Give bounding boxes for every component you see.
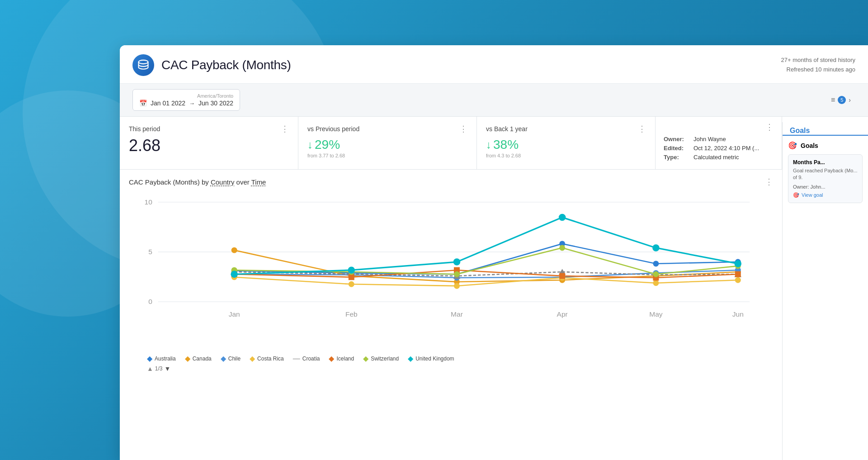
database-icon [132, 54, 154, 76]
svg-text:0: 0 [148, 298, 152, 305]
svg-text:Jan: Jan [229, 310, 240, 318]
type-value: Calculated metric [693, 154, 739, 161]
chart-title-start: CAC Payback (Months) [129, 178, 200, 186]
metric-from-3: from 4.3 to 2.68 [486, 153, 646, 158]
owner-label: Owner: [664, 136, 691, 142]
metric-change-2: ↓ 29% [307, 138, 467, 152]
goals-tab-header: Goals [783, 122, 868, 136]
goals-section-header: 🎯 Goals [788, 141, 863, 150]
pagination-next-button[interactable]: ▼ [165, 365, 171, 372]
chart-title-by: by [202, 178, 211, 186]
legend-canada: ◆ Canada [185, 355, 212, 362]
goal-title: Months Pa... [793, 159, 858, 166]
svg-text:Jun: Jun [732, 310, 744, 318]
owner-value: John... [811, 184, 826, 190]
type-label: Type: [664, 154, 691, 161]
svg-point-60 [734, 260, 741, 267]
chart-title-over: over [236, 178, 251, 186]
info-menu[interactable]: ⋮ [765, 123, 774, 131]
chevron-right-icon: › [849, 96, 851, 104]
metric-title-1: This period [129, 125, 160, 133]
goals-tab-label: Goals [790, 127, 810, 134]
svg-point-35 [653, 280, 659, 286]
svg-point-59 [652, 244, 660, 251]
goal-owner: Owner: John... [793, 184, 858, 190]
header-meta: 27+ months of stored history Refreshed 1… [781, 56, 855, 75]
chart-title-time[interactable]: Time [251, 178, 266, 186]
chart-title-dimension[interactable]: Country [211, 178, 235, 186]
legend-label-switzerland: Switzerland [371, 356, 399, 362]
legend-label-uk: United Kingdom [415, 356, 454, 362]
svg-point-33 [454, 283, 460, 289]
header-left: CAC Payback (Months) [132, 54, 291, 76]
svg-text:Apr: Apr [557, 310, 568, 318]
legend-uk: ◆ United Kingdom [408, 355, 454, 362]
owner-label: Owner: [793, 184, 809, 190]
svg-point-56 [348, 266, 355, 274]
svg-point-52 [559, 245, 565, 251]
calendar-icon: 📅 [139, 100, 147, 107]
metric-title-2: vs Previous period [307, 125, 359, 133]
chart-menu-button[interactable]: ⋮ [765, 177, 773, 187]
view-goal-icon: 🎯 [793, 192, 799, 198]
date-start: Jan 01 2022 [151, 100, 185, 107]
refreshed-text: Refreshed 10 minutes ago [781, 65, 855, 75]
down-arrow-icon-2: ↓ [307, 138, 313, 151]
svg-point-36 [735, 277, 741, 283]
metric-title-3: vs Back 1 year [486, 125, 528, 133]
svg-point-58 [559, 214, 566, 221]
legend-costarica: ◆ Costa Rica [250, 355, 284, 362]
legend-pagination: ▲ 1/3 ▼ [129, 365, 773, 376]
svg-point-17 [653, 261, 659, 266]
chart-title-row: CAC Payback (Months) by Country over Tim… [129, 177, 773, 187]
chart-legend: ◆ Australia ◆ Canada ◆ Chile ◆ Costa Ric… [129, 351, 773, 365]
metric-header-3: vs Back 1 year ⋮ [486, 125, 646, 133]
metric-value-1: 2.68 [129, 138, 289, 154]
filter-count: 5 [838, 96, 846, 104]
info-card: ⋮ Owner: John Wayne Edited: Oct 12, 2022… [656, 117, 782, 169]
filter-button[interactable]: ≡ 5 › [826, 93, 855, 107]
svg-point-55 [231, 270, 238, 278]
metric-menu-3[interactable]: ⋮ [638, 125, 646, 133]
info-header: ⋮ [664, 123, 774, 131]
goals-content: 🎯 Goals Months Pa... Goal reached Paybac… [783, 136, 868, 209]
legend-label-canada: Canada [193, 356, 212, 362]
type-row: Type: Calculated metric [664, 154, 774, 161]
svg-text:10: 10 [145, 198, 153, 206]
content-area: This period ⋮ 2.68 vs Previous period ⋮ … [120, 117, 868, 455]
svg-text:Feb: Feb [345, 310, 358, 318]
down-arrow-icon-3: ↓ [486, 138, 491, 151]
metric-change-3: ↓ 38% [486, 138, 646, 152]
metric-menu-1[interactable]: ⋮ [281, 125, 289, 133]
main-card: CAC Payback (Months) 27+ months of store… [120, 45, 868, 460]
card-header: CAC Payback (Months) 27+ months of store… [120, 45, 868, 84]
view-goal-button[interactable]: 🎯 View goal [793, 190, 823, 198]
svg-point-32 [349, 281, 354, 287]
metric-menu-2[interactable]: ⋮ [459, 125, 467, 133]
date-range-selector[interactable]: America/Toronto 📅 Jan 01 2022 → Jun 30 2… [132, 89, 240, 111]
date-end: Jun 30 2022 [198, 100, 233, 107]
metric-vs-previous: vs Previous period ⋮ ↓ 29% from 3.77 to … [298, 117, 477, 169]
date-range-dates: 📅 Jan 01 2022 → Jun 30 2022 [139, 100, 233, 107]
chart-svg: 10 5 0 Jan Feb Mar Apr May Jun [129, 190, 773, 349]
metric-header-1: This period ⋮ [129, 125, 289, 133]
timezone-label: America/Toronto [139, 93, 233, 99]
chart-title: CAC Payback (Months) by Country over Tim… [129, 178, 266, 186]
legend-chile: ◆ Chile [221, 355, 241, 362]
metric-vs-year: vs Back 1 year ⋮ ↓ 38% from 4.3 to 2.68 [477, 117, 656, 169]
svg-text:5: 5 [148, 248, 152, 256]
legend-label-costarica: Costa Rica [257, 356, 284, 362]
chart-section: CAC Payback (Months) by Country over Tim… [120, 170, 782, 455]
svg-rect-48 [735, 271, 741, 277]
legend-croatia: — Croatia [293, 355, 320, 362]
page-title: CAC Payback (Months) [161, 58, 291, 72]
svg-point-57 [453, 258, 461, 266]
svg-text:May: May [649, 310, 663, 318]
goal-item: Months Pa... Goal reached Payback (Mo...… [788, 154, 863, 203]
triangle-up-icon: ▲ [147, 365, 153, 372]
legend-switzerland: ◆ Switzerland [363, 355, 399, 362]
goal-desc: Goal reached Payback (Mo... of 9. [793, 167, 858, 181]
metric-this-period: This period ⋮ 2.68 [120, 117, 298, 169]
owner-row: Owner: John Wayne [664, 136, 774, 142]
metric-header-2: vs Previous period ⋮ [307, 125, 467, 133]
